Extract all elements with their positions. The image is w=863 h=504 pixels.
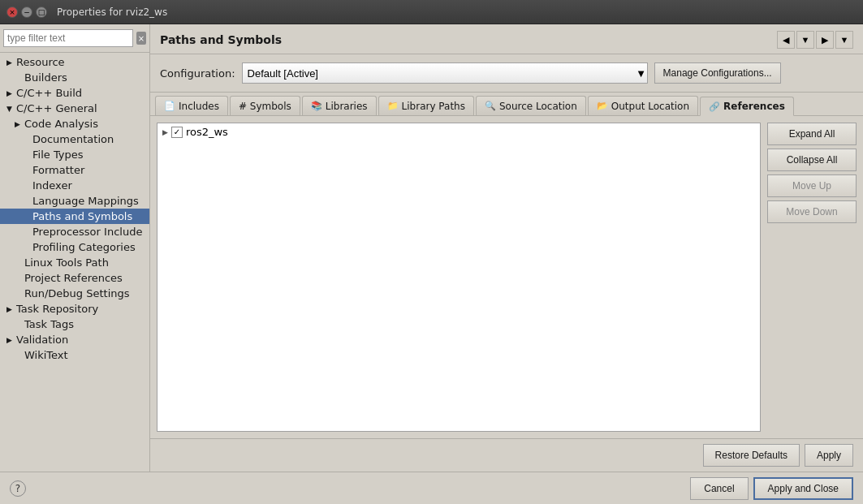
tab-label: Libraries bbox=[326, 101, 368, 112]
tree-arrow-icon: ▼ bbox=[6, 105, 15, 113]
references-tree-panel: ▶ros2_ws bbox=[157, 123, 761, 432]
tab-library-paths[interactable]: 📁Library Paths bbox=[378, 96, 474, 115]
item-checkbox[interactable] bbox=[171, 127, 183, 138]
sidebar-item-task-repository[interactable]: ▶Task Repository bbox=[0, 301, 149, 317]
output-location-tab-icon: 📂 bbox=[597, 101, 608, 111]
sidebar-item-label: Task Tags bbox=[24, 318, 74, 330]
tree-arrow-icon: ▶ bbox=[6, 58, 15, 67]
sidebar-item-code-analysis[interactable]: ▶Code Analysis bbox=[0, 116, 149, 131]
apply-button[interactable]: Apply bbox=[805, 444, 853, 467]
tab-label: Output Location bbox=[611, 101, 689, 112]
minimize-button[interactable]: − bbox=[21, 6, 32, 18]
references-tab-icon: 🔗 bbox=[709, 101, 720, 112]
manage-configurations-button[interactable]: Manage Configurations... bbox=[654, 62, 781, 84]
tree-arrow-icon: ▶ bbox=[15, 120, 23, 128]
expand-all-button[interactable]: Expand All bbox=[767, 123, 857, 145]
sidebar-item-label: C/C++ Build bbox=[16, 87, 82, 99]
tab-includes[interactable]: 📄Includes bbox=[155, 96, 228, 115]
item-expand-arrow-icon: ▶ bbox=[162, 128, 168, 136]
search-clear-button[interactable]: × bbox=[136, 32, 146, 45]
help-button[interactable]: ? bbox=[10, 480, 26, 497]
sidebar-item-label: Formatter bbox=[32, 164, 84, 176]
main-panel: Paths and Symbols ◀ ▼ ▶ ▼ Configuration:… bbox=[150, 24, 863, 472]
tab-label: References bbox=[723, 101, 785, 112]
sidebar-item-label: File Types bbox=[32, 149, 84, 161]
tree-arrow-icon: ▶ bbox=[6, 305, 15, 313]
sidebar-item-label: Task Repository bbox=[16, 303, 98, 315]
move-down-button: Move Down bbox=[767, 200, 857, 223]
sidebar-item-label: Profiling Categories bbox=[32, 241, 136, 253]
tab-output-location[interactable]: 📂Output Location bbox=[588, 96, 698, 115]
sidebar: × ▶ResourceBuilders▶C/C++ Build▼C/C++ Ge… bbox=[0, 24, 150, 472]
sidebar-item-label: WikiText bbox=[24, 349, 68, 361]
side-buttons: Expand AllCollapse AllMove UpMove Down bbox=[767, 123, 857, 432]
config-select[interactable]: Default [Active] bbox=[242, 62, 648, 84]
sidebar-item-label: Preprocessor Include bbox=[32, 226, 142, 238]
config-label: Configuration: bbox=[160, 67, 235, 80]
restore-defaults-button[interactable]: Restore Defaults bbox=[703, 444, 800, 467]
sidebar-item-label: C/C++ General bbox=[16, 102, 97, 114]
main-container: × ▶ResourceBuilders▶C/C++ Build▼C/C++ Ge… bbox=[0, 24, 863, 504]
tab-label: Source Location bbox=[499, 101, 577, 112]
sidebar-item-cpp-general[interactable]: ▼C/C++ General bbox=[0, 101, 149, 116]
close-button[interactable]: × bbox=[6, 6, 18, 18]
panel-body: ▶ros2_ws Expand AllCollapse AllMove UpMo… bbox=[150, 116, 863, 438]
apply-and-close-button[interactable]: Apply and Close bbox=[753, 477, 853, 500]
sidebar-item-builders[interactable]: Builders bbox=[0, 70, 149, 85]
nav-back-dropdown-button[interactable]: ▼ bbox=[796, 31, 814, 49]
window-controls: × − □ bbox=[6, 6, 47, 18]
nav-forward-button[interactable]: ▶ bbox=[816, 31, 834, 49]
bottom-action-bar: Restore Defaults Apply bbox=[150, 438, 863, 472]
sidebar-item-paths-and-symbols[interactable]: Paths and Symbols bbox=[0, 209, 149, 224]
sidebar-item-resource[interactable]: ▶Resource bbox=[0, 54, 149, 70]
tabs-row: 📄Includes# Symbols📚Libraries📁Library Pat… bbox=[150, 93, 863, 116]
sidebar-item-indexer[interactable]: Indexer bbox=[0, 178, 149, 193]
panel-nav: ◀ ▼ ▶ ▼ bbox=[777, 31, 853, 49]
sidebar-item-documentation[interactable]: Documentation bbox=[0, 131, 149, 147]
sidebar-item-project-references[interactable]: Project References bbox=[0, 270, 149, 286]
tree-panel-item-ros2-ws[interactable]: ▶ros2_ws bbox=[157, 123, 760, 140]
tab-label: Library Paths bbox=[402, 101, 465, 112]
sidebar-item-label: Indexer bbox=[32, 179, 72, 192]
nav-forward-dropdown-button[interactable]: ▼ bbox=[835, 31, 853, 49]
sidebar-item-run-debug-settings[interactable]: Run/Debug Settings bbox=[0, 286, 149, 301]
sidebar-item-task-tags[interactable]: Task Tags bbox=[0, 317, 149, 332]
tab-libraries[interactable]: 📚Libraries bbox=[302, 96, 377, 115]
sidebar-item-label: Paths and Symbols bbox=[32, 210, 132, 222]
item-label: ros2_ws bbox=[186, 126, 228, 138]
sidebar-item-language-mappings[interactable]: Language Mappings bbox=[0, 193, 149, 209]
cancel-button[interactable]: Cancel bbox=[690, 477, 748, 500]
sidebar-item-label: Builders bbox=[24, 71, 67, 84]
titlebar: × − □ Properties for rviz2_ws bbox=[0, 0, 863, 24]
tree-arrow-icon: ▶ bbox=[6, 336, 15, 344]
tree-arrow-icon: ▶ bbox=[6, 89, 15, 97]
content-area: × ▶ResourceBuilders▶C/C++ Build▼C/C++ Ge… bbox=[0, 24, 863, 472]
sidebar-item-profiling-categories[interactable]: Profiling Categories bbox=[0, 239, 149, 255]
search-input[interactable] bbox=[3, 29, 133, 47]
nav-back-button[interactable]: ◀ bbox=[777, 31, 795, 49]
tab-label: # Symbols bbox=[239, 101, 291, 112]
sidebar-item-preprocessor-include[interactable]: Preprocessor Include bbox=[0, 224, 149, 239]
tab-source-location[interactable]: 🔍Source Location bbox=[476, 96, 586, 115]
footer-buttons: Cancel Apply and Close bbox=[690, 477, 853, 500]
tab-symbols[interactable]: # Symbols bbox=[230, 96, 300, 115]
sidebar-item-linux-tools-path[interactable]: Linux Tools Path bbox=[0, 255, 149, 270]
sidebar-item-validation[interactable]: ▶Validation bbox=[0, 332, 149, 347]
panel-header: Paths and Symbols ◀ ▼ ▶ ▼ bbox=[150, 24, 863, 54]
source-location-tab-icon: 🔍 bbox=[485, 101, 496, 111]
tab-references[interactable]: 🔗References bbox=[700, 97, 794, 116]
maximize-button[interactable]: □ bbox=[36, 6, 47, 18]
search-bar: × bbox=[0, 24, 149, 53]
sidebar-item-wikitext[interactable]: WikiText bbox=[0, 347, 149, 363]
window-title: Properties for rviz2_ws bbox=[57, 6, 167, 18]
sidebar-item-cpp-build[interactable]: ▶C/C++ Build bbox=[0, 85, 149, 101]
sidebar-tree: ▶ResourceBuilders▶C/C++ Build▼C/C++ Gene… bbox=[0, 53, 149, 472]
sidebar-item-label: Run/Debug Settings bbox=[24, 287, 130, 299]
sidebar-item-formatter[interactable]: Formatter bbox=[0, 162, 149, 178]
move-up-button: Move Up bbox=[767, 174, 857, 197]
footer: ? Cancel Apply and Close bbox=[0, 472, 863, 504]
sidebar-item-label: Validation bbox=[16, 334, 68, 346]
libraries-tab-icon: 📚 bbox=[311, 101, 322, 111]
sidebar-item-file-types[interactable]: File Types bbox=[0, 147, 149, 162]
collapse-all-button[interactable]: Collapse All bbox=[767, 149, 857, 171]
